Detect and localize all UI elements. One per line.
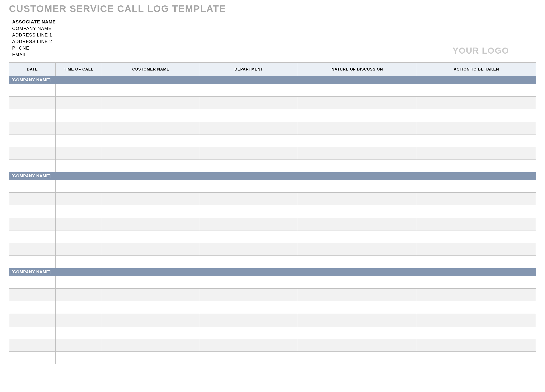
table-cell[interactable] xyxy=(298,276,417,289)
table-cell[interactable] xyxy=(9,326,56,339)
table-cell[interactable] xyxy=(9,147,56,160)
table-cell[interactable] xyxy=(56,352,102,364)
table-cell[interactable] xyxy=(9,301,56,314)
table-cell[interactable] xyxy=(56,243,102,256)
table-cell[interactable] xyxy=(9,339,56,352)
table-cell[interactable] xyxy=(417,243,536,256)
table-cell[interactable] xyxy=(200,109,298,122)
table-cell[interactable] xyxy=(417,122,536,135)
table-cell[interactable] xyxy=(298,135,417,147)
table-cell[interactable] xyxy=(200,289,298,301)
table-cell[interactable] xyxy=(200,243,298,256)
table-cell[interactable] xyxy=(102,339,200,352)
table-cell[interactable] xyxy=(298,147,417,160)
table-cell[interactable] xyxy=(298,314,417,326)
table-cell[interactable] xyxy=(102,243,200,256)
table-cell[interactable] xyxy=(417,218,536,230)
table-cell[interactable] xyxy=(102,135,200,147)
table-cell[interactable] xyxy=(56,276,102,289)
table-cell[interactable] xyxy=(102,180,200,193)
table-cell[interactable] xyxy=(56,339,102,352)
table-cell[interactable] xyxy=(200,314,298,326)
table-cell[interactable] xyxy=(102,122,200,135)
table-cell[interactable] xyxy=(298,160,417,172)
table-cell[interactable] xyxy=(298,352,417,364)
table-cell[interactable] xyxy=(417,276,536,289)
table-cell[interactable] xyxy=(298,326,417,339)
table-cell[interactable] xyxy=(102,147,200,160)
table-cell[interactable] xyxy=(417,193,536,205)
table-cell[interactable] xyxy=(298,339,417,352)
table-cell[interactable] xyxy=(9,193,56,205)
table-cell[interactable] xyxy=(417,314,536,326)
table-cell[interactable] xyxy=(9,289,56,301)
table-cell[interactable] xyxy=(298,230,417,243)
table-cell[interactable] xyxy=(56,160,102,172)
table-cell[interactable] xyxy=(417,326,536,339)
table-cell[interactable] xyxy=(200,180,298,193)
table-cell[interactable] xyxy=(200,135,298,147)
table-cell[interactable] xyxy=(417,352,536,364)
table-cell[interactable] xyxy=(102,193,200,205)
table-cell[interactable] xyxy=(56,301,102,314)
table-cell[interactable] xyxy=(56,205,102,218)
table-cell[interactable] xyxy=(200,276,298,289)
table-cell[interactable] xyxy=(56,84,102,97)
table-cell[interactable] xyxy=(102,276,200,289)
table-cell[interactable] xyxy=(298,109,417,122)
table-cell[interactable] xyxy=(417,230,536,243)
table-cell[interactable] xyxy=(200,301,298,314)
table-cell[interactable] xyxy=(417,205,536,218)
table-cell[interactable] xyxy=(56,97,102,109)
table-cell[interactable] xyxy=(56,256,102,268)
table-cell[interactable] xyxy=(298,122,417,135)
table-cell[interactable] xyxy=(102,301,200,314)
table-cell[interactable] xyxy=(56,109,102,122)
table-cell[interactable] xyxy=(56,180,102,193)
table-cell[interactable] xyxy=(9,230,56,243)
table-cell[interactable] xyxy=(102,84,200,97)
table-cell[interactable] xyxy=(102,289,200,301)
table-cell[interactable] xyxy=(417,147,536,160)
table-cell[interactable] xyxy=(298,289,417,301)
table-cell[interactable] xyxy=(9,218,56,230)
table-cell[interactable] xyxy=(9,122,56,135)
table-cell[interactable] xyxy=(9,256,56,268)
table-cell[interactable] xyxy=(200,230,298,243)
table-cell[interactable] xyxy=(200,352,298,364)
table-cell[interactable] xyxy=(298,205,417,218)
table-cell[interactable] xyxy=(9,84,56,97)
table-cell[interactable] xyxy=(102,326,200,339)
table-cell[interactable] xyxy=(298,301,417,314)
table-cell[interactable] xyxy=(9,160,56,172)
table-cell[interactable] xyxy=(9,205,56,218)
table-cell[interactable] xyxy=(102,160,200,172)
table-cell[interactable] xyxy=(200,339,298,352)
table-cell[interactable] xyxy=(298,180,417,193)
table-cell[interactable] xyxy=(102,352,200,364)
table-cell[interactable] xyxy=(200,193,298,205)
table-cell[interactable] xyxy=(102,205,200,218)
table-cell[interactable] xyxy=(298,97,417,109)
table-cell[interactable] xyxy=(200,97,298,109)
table-cell[interactable] xyxy=(56,122,102,135)
table-cell[interactable] xyxy=(9,135,56,147)
table-cell[interactable] xyxy=(417,109,536,122)
table-cell[interactable] xyxy=(56,230,102,243)
table-cell[interactable] xyxy=(56,193,102,205)
table-cell[interactable] xyxy=(417,180,536,193)
table-cell[interactable] xyxy=(9,243,56,256)
table-cell[interactable] xyxy=(200,160,298,172)
table-cell[interactable] xyxy=(417,301,536,314)
table-cell[interactable] xyxy=(417,84,536,97)
table-cell[interactable] xyxy=(9,352,56,364)
table-cell[interactable] xyxy=(56,147,102,160)
table-cell[interactable] xyxy=(417,289,536,301)
table-cell[interactable] xyxy=(417,339,536,352)
table-cell[interactable] xyxy=(200,256,298,268)
table-cell[interactable] xyxy=(417,135,536,147)
table-cell[interactable] xyxy=(102,97,200,109)
table-cell[interactable] xyxy=(200,122,298,135)
table-cell[interactable] xyxy=(200,147,298,160)
table-cell[interactable] xyxy=(200,84,298,97)
